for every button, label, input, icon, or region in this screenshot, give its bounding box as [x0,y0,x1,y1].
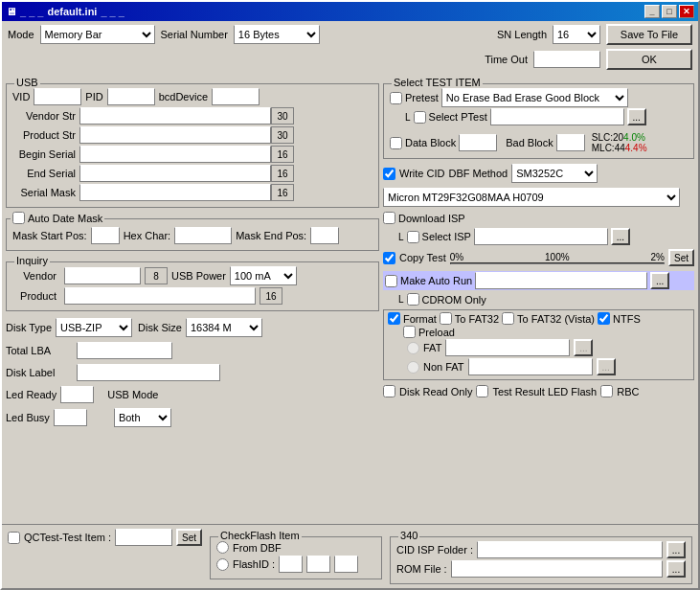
dbf-method-select[interactable]: SM3252C [511,164,598,183]
cid-isp-input[interactable] [477,541,663,558]
led-busy-input[interactable]: 48 [54,409,87,426]
flash-id-input-2[interactable] [306,556,330,573]
title-left: _ _ _ [20,6,43,17]
product-str-input[interactable]: USB DISK [79,126,271,144]
flash-id-input-1[interactable] [279,556,303,573]
mask-end-input[interactable]: 10 [310,227,339,244]
window-title: default.ini [47,6,97,17]
time-out-input[interactable]: 10000 [533,51,600,68]
pid-input[interactable]: 1000 [107,88,155,105]
led-ready-input[interactable]: 82 [60,386,94,403]
qc-test-checkbox[interactable] [8,532,20,544]
inquiry-vendor-label: Vendor [12,270,60,282]
non-fat-browse-button[interactable]: ... [597,358,616,375]
select-isp-label: Select ISP [422,231,471,242]
disk-type-select[interactable]: USB-ZIP [56,318,132,337]
checkflash-group-label: CheckFlash Item [218,530,302,541]
begin-serial-input[interactable]: AA040127000007515 [79,146,271,163]
vid-input[interactable]: 090C [34,88,81,105]
bad-block-input[interactable]: 40 [556,134,585,151]
end-serial-input[interactable]: AA040127999999999 [79,165,271,182]
flash-id-radio[interactable] [216,558,229,571]
select-isp-checkbox[interactable] [407,231,419,243]
inquiry-vendor-input[interactable]: SMI [64,267,141,284]
product-str-label: Product Str [12,129,79,141]
disk-label-input[interactable]: ZyrusUSB [77,364,220,381]
isp-path-input[interactable]: D:\ACT_PROJECT\MPtool\심팩 -2... [474,228,608,245]
qc-set-button[interactable]: Set [176,529,202,546]
ntfs-checkbox[interactable] [598,312,610,325]
auto-run-browse-button[interactable]: ... [650,272,669,289]
from-dbf-radio[interactable] [216,541,229,554]
preload-checkbox[interactable] [403,326,416,338]
vendor-str-input[interactable]: SMI Corporation [79,107,271,125]
auto-date-mask-checkbox[interactable] [12,212,25,224]
serial-number-select[interactable]: 16 Bytes [234,25,320,44]
data-block-checkbox[interactable] [390,137,402,149]
set-button[interactable]: Set [668,249,694,266]
l-indicator-1: L [405,112,411,123]
data-block-input[interactable]: 956 [459,134,497,151]
select-ptest-checkbox[interactable] [414,111,426,124]
mode-label: Mode [8,29,34,40]
pretest-checkbox[interactable] [390,92,402,104]
from-dbf-label: From DBF [233,542,282,554]
sn-length-select[interactable]: 16 [553,25,600,44]
to-fat32-checkbox[interactable] [440,312,452,325]
usb-mode-select[interactable]: Both [114,408,171,427]
non-fat-path-input[interactable] [468,358,593,375]
rom-file-browse-button[interactable]: ... [666,560,686,578]
fat-path-input[interactable]: D:\Preload\ [445,339,570,356]
begin-serial-label: Begin Serial [12,148,79,160]
non-fat-radio[interactable] [407,361,419,374]
download-isp-checkbox[interactable] [383,212,395,224]
cdrom-only-checkbox[interactable] [407,293,419,306]
ok-button[interactable]: OK [606,49,692,70]
download-isp-label: Download ISP [398,213,465,224]
maximize-button[interactable]: □ [662,5,677,18]
rom-file-label: ROM File : [396,563,447,575]
mask-start-input[interactable]: 3 [91,227,120,244]
disk-size-select[interactable]: 16384 M [186,318,262,337]
rom-file-input[interactable] [451,560,663,578]
usb-power-select[interactable]: 100 mA [230,266,297,285]
cid-isp-browse-button[interactable]: ... [666,541,686,558]
ptest-browse-button[interactable]: ... [627,108,646,125]
mode-select[interactable]: Memory Bar [40,25,155,44]
fat-label: FAT [423,342,441,353]
auto-run-path-input[interactable]: K:\AIO_FINAL\AIO_Worldwide_B20... [475,272,647,289]
close-button[interactable]: ✕ [679,5,694,18]
disk-read-only-label: Disk Read Only [399,386,472,397]
write-cid-checkbox[interactable] [383,168,395,180]
total-lba-input[interactable]: 0 [77,342,172,359]
format-checkbox[interactable] [388,312,400,325]
chip-select[interactable]: Micron MT29F32G08MAA H0709 [383,188,680,207]
bcd-input[interactable]: 1100 [212,88,260,105]
led-ready-label: Led Ready [6,389,56,400]
hex-char-input[interactable] [174,227,232,244]
pretest-select[interactable]: No Erase Bad Erase Good Block [441,88,628,107]
end-serial-label: End Serial [12,168,79,179]
serial-mask-input[interactable]: AA############## [79,184,271,201]
fat-radio[interactable] [407,342,419,354]
begin-serial-num: 16 [271,146,294,163]
inquiry-vendor-num: 8 [145,267,168,284]
usb-power-label: USB Power [171,270,226,282]
test-result-led-checkbox[interactable] [476,385,488,397]
serial-mask-label: Serial Mask [12,187,79,198]
minimize-button[interactable]: _ [644,5,660,18]
to-fat32-vista-checkbox[interactable] [502,312,514,325]
write-cid-label: Write CID [399,168,444,179]
flash-id-input-3[interactable] [334,556,358,573]
slc-text: SLC:20 [592,132,623,143]
save-to-file-button[interactable]: Save To File [606,24,692,45]
disk-read-only-checkbox[interactable] [383,385,395,397]
make-auto-run-checkbox[interactable] [385,275,397,287]
ptest-path-input[interactable]: D:\ACT_PROJECT\MPtool\심팩... [490,108,624,125]
copy-test-checkbox[interactable] [383,252,395,264]
qc-test-input[interactable] [115,529,172,546]
inquiry-product-input[interactable]: USB DISK [64,287,256,305]
fat-browse-button[interactable]: ... [574,339,593,356]
rbc-checkbox[interactable] [600,385,613,397]
isp-browse-button[interactable]: ... [611,228,630,245]
